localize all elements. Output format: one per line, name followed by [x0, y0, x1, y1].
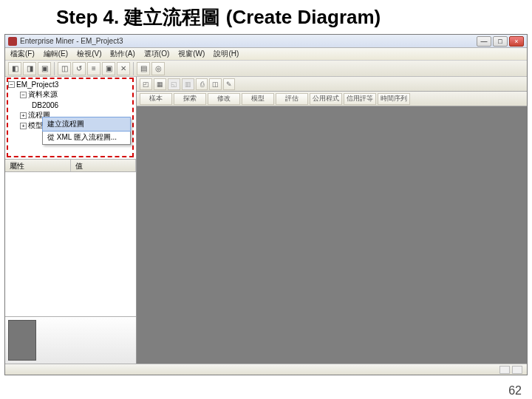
- workspace-icon-toolbar: ◰ ▦ ◱ ▥ ⎙ ◫ ✎: [137, 77, 527, 92]
- tool-grid-icon[interactable]: ▣: [102, 62, 115, 75]
- tool-open-icon[interactable]: ◨: [23, 62, 36, 75]
- menu-options[interactable]: 選項(O): [142, 48, 171, 60]
- tab-modify[interactable]: 修改: [208, 93, 240, 105]
- title-en: (Create Diagram): [226, 6, 381, 28]
- tree-datasource-item[interactable]: DB2006: [7, 100, 134, 110]
- app-body: − EM_Project3 − 資料來源 DB2006 + 流程圖 + 模型套件: [5, 77, 527, 364]
- tool-new-icon[interactable]: ◧: [8, 62, 21, 75]
- titlebar: Enterprise Miner - EM_Project3 — □ ×: [5, 35, 527, 48]
- page-number: 62: [508, 384, 522, 398]
- status-indicator-icon: [499, 366, 510, 374]
- tool-props-icon[interactable]: ▤: [137, 62, 150, 75]
- window-title: Enterprise Miner - EM_Project3: [20, 37, 477, 45]
- tool-delete-icon[interactable]: ✕: [117, 62, 130, 75]
- tab-model[interactable]: 模型: [242, 93, 274, 105]
- workspace: ◰ ▦ ◱ ▥ ⎙ ◫ ✎ 樣本 探索 修改 模型 評估 公用程式 信用評等 時…: [137, 77, 527, 364]
- status-resize-grip-icon[interactable]: [512, 366, 522, 374]
- expand-icon[interactable]: −: [8, 81, 15, 88]
- tool-refresh-icon[interactable]: ↺: [72, 62, 86, 75]
- step-prefix: Step 4.: [56, 6, 119, 28]
- diagram-canvas[interactable]: [137, 106, 527, 364]
- minimize-button[interactable]: —: [477, 36, 491, 47]
- maximize-button[interactable]: □: [493, 36, 508, 47]
- menu-actions[interactable]: 動作(A): [108, 48, 137, 60]
- property-grid[interactable]: [5, 172, 136, 316]
- ctx-import-xml[interactable]: 從 XML 匯入流程圖...: [43, 131, 130, 144]
- app-window: Enterprise Miner - EM_Project3 — □ × 檔案(…: [4, 34, 528, 375]
- ws-icon-2[interactable]: ▦: [154, 78, 166, 90]
- statusbar: [5, 364, 527, 375]
- ctx-create-diagram[interactable]: 建立流程圖: [42, 117, 131, 132]
- project-tree[interactable]: − EM_Project3 − 資料來源 DB2006 + 流程圖 + 模型套件: [5, 77, 136, 160]
- menubar: 檔案(F) 編輯(E) 檢視(V) 動作(A) 選項(O) 視窗(W) 說明(H…: [5, 48, 527, 61]
- tree-datasources[interactable]: − 資料來源: [7, 89, 134, 100]
- tool-list-icon[interactable]: ≡: [87, 62, 100, 75]
- tree-root-label: EM_Project3: [16, 81, 58, 89]
- window-buttons: — □ ×: [477, 36, 524, 47]
- tool-help-icon[interactable]: ◎: [151, 62, 165, 75]
- help-thumbnail: [8, 320, 36, 361]
- ws-icon-6[interactable]: ◫: [209, 78, 222, 90]
- tree-root[interactable]: − EM_Project3: [7, 79, 134, 89]
- property-header: 屬性 值: [5, 160, 136, 172]
- tab-sample[interactable]: 樣本: [140, 93, 172, 105]
- tree-ds-label: DB2006: [32, 101, 58, 109]
- tab-utility[interactable]: 公用程式: [310, 93, 342, 105]
- context-menu: 建立流程圖 從 XML 匯入流程圖...: [42, 117, 131, 145]
- tab-assess[interactable]: 評估: [276, 93, 308, 105]
- menu-view[interactable]: 檢視(V): [75, 48, 103, 60]
- expand-icon[interactable]: +: [20, 123, 27, 129]
- menu-help[interactable]: 說明(H): [211, 48, 241, 60]
- ws-icon-4[interactable]: ▥: [182, 78, 194, 90]
- workspace-tab-toolbar: 樣本 探索 修改 模型 評估 公用程式 信用評等 時間序列: [137, 92, 527, 106]
- slide-title: Step 4. 建立流程圖 (Create Diagram): [0, 0, 532, 33]
- col-value: 值: [71, 160, 137, 171]
- tree-datasources-label: 資料來源: [28, 89, 58, 100]
- tab-credit[interactable]: 信用評等: [344, 93, 376, 105]
- ws-icon-5[interactable]: ⎙: [196, 78, 208, 90]
- ws-icon-7[interactable]: ✎: [223, 78, 235, 90]
- menu-file[interactable]: 檔案(F): [8, 48, 37, 60]
- help-pane: [5, 316, 136, 364]
- app-icon: [8, 37, 17, 46]
- col-property: 屬性: [5, 160, 71, 171]
- menu-window[interactable]: 視窗(W): [176, 48, 207, 60]
- tool-diagram-icon[interactable]: ◫: [58, 62, 71, 75]
- tab-explore[interactable]: 探索: [174, 93, 206, 105]
- menu-edit[interactable]: 編輯(E): [41, 48, 70, 60]
- tool-save-icon[interactable]: ▣: [38, 62, 51, 75]
- toolbar-separator: [54, 62, 55, 75]
- tab-applications[interactable]: 時間序列: [378, 93, 410, 105]
- close-button[interactable]: ×: [509, 36, 524, 47]
- toolbar-separator-2: [133, 62, 134, 75]
- expand-icon[interactable]: +: [20, 112, 27, 119]
- ws-icon-3[interactable]: ◱: [168, 78, 180, 90]
- ws-icon-1[interactable]: ◰: [140, 78, 152, 90]
- expand-icon[interactable]: −: [20, 92, 27, 98]
- main-toolbar: ◧ ◨ ▣ ◫ ↺ ≡ ▣ ✕ ▤ ◎: [5, 61, 527, 77]
- left-panel: − EM_Project3 − 資料來源 DB2006 + 流程圖 + 模型套件: [5, 77, 137, 364]
- title-zh: 建立流程圖: [124, 7, 220, 28]
